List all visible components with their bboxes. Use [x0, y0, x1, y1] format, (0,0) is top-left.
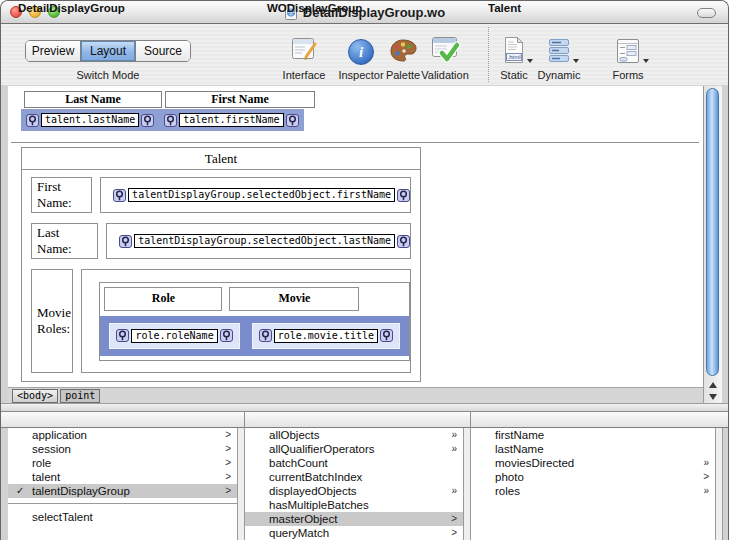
wostring-open-icon[interactable]: [116, 329, 129, 342]
browser-column-title: WODisplayGroup: [267, 2, 362, 14]
binding-cell[interactable]: role.roleName: [109, 323, 239, 349]
wostring-close-icon[interactable]: [397, 235, 410, 248]
browser-item-selected[interactable]: masterObject>: [245, 512, 463, 526]
wostring-close-icon[interactable]: [380, 329, 393, 342]
detail-table-body: First Name: talentDisplayGroup.selectedO…: [22, 170, 420, 381]
horizontal-rule[interactable]: [11, 142, 699, 146]
selected-repetition-row[interactable]: talent.lastName talent.firstName: [21, 109, 304, 131]
vertical-scrollbar[interactable]: [703, 86, 722, 403]
field-label-cell[interactable]: First Name:: [31, 177, 92, 213]
binding-value[interactable]: role.roleName: [131, 329, 217, 343]
validation-button[interactable]: Validation: [407, 29, 483, 81]
element-path-bar: <body> point: [8, 387, 703, 403]
segment-layout[interactable]: Layout: [81, 41, 136, 61]
browser-item[interactable]: application>: [8, 428, 237, 442]
binding-cell[interactable]: talent.lastName: [26, 113, 154, 127]
browser-item[interactable]: firstName: [471, 428, 715, 442]
wostring-open-icon[interactable]: [119, 235, 132, 248]
binding-cell[interactable]: talentDisplayGroup.selectedObject.firstN…: [113, 188, 410, 202]
segment-preview[interactable]: Preview: [26, 41, 81, 61]
browser-item[interactable]: displayedObjects»: [245, 484, 463, 498]
column-divider: [470, 412, 471, 428]
double-chevron-icon: »: [703, 484, 708, 498]
browser-item[interactable]: queryMatch>: [245, 526, 463, 540]
browser-item[interactable]: lastName: [471, 442, 715, 456]
binding-cell[interactable]: role.movie.title: [252, 323, 400, 349]
browser-item[interactable]: batchCount: [245, 456, 463, 470]
column-scrollbar-track[interactable]: [715, 428, 723, 540]
field-label-cell[interactable]: Movie Roles:: [31, 269, 73, 373]
field-label-cell[interactable]: Last Name:: [31, 223, 98, 259]
scroll-down-button[interactable]: [704, 391, 722, 403]
binding-value[interactable]: talent.firstName: [179, 113, 283, 127]
browser-item[interactable]: moviesDirected»: [471, 456, 715, 470]
binding-cell[interactable]: talentDisplayGroup.selectedObject.lastNa…: [119, 234, 410, 248]
column-header-cell[interactable]: Role: [104, 287, 222, 311]
field-value-cell[interactable]: talentDisplayGroup.selectedObject.firstN…: [100, 177, 411, 213]
browser-item[interactable]: talent>: [8, 470, 237, 484]
column-header-cell[interactable]: First Name: [165, 91, 315, 108]
bound-checkmark-icon: ✓: [16, 484, 24, 498]
browser-item[interactable]: photo>: [471, 470, 715, 484]
binding-value[interactable]: talent.lastName: [41, 113, 139, 127]
field-value-cell[interactable]: talentDisplayGroup.selectedObject.lastNa…: [106, 223, 411, 259]
repetition-table-header: Last Name First Name: [24, 91, 315, 108]
browser-item[interactable]: allQualifierOperators»: [245, 442, 463, 456]
browser-column-title: Talent: [488, 2, 521, 14]
binding-cell[interactable]: talent.firstName: [164, 113, 298, 127]
repetition-table[interactable]: Last Name First Name talent.lastName tal…: [21, 91, 315, 131]
browser-item[interactable]: hasMultipleBatches: [245, 498, 463, 512]
path-tag-point[interactable]: point: [60, 389, 100, 403]
field-value-cell[interactable]: Role Movie role.roleName: [81, 269, 411, 373]
up-arrow-icon: [709, 382, 717, 388]
wostring-close-icon[interactable]: [397, 189, 410, 202]
wostring-open-icon[interactable]: [26, 114, 39, 127]
double-chevron-icon: »: [451, 428, 456, 442]
wostring-close-icon[interactable]: [220, 329, 233, 342]
dynamic-elements-icon: [546, 29, 572, 65]
browser-item[interactable]: role>: [8, 456, 237, 470]
detail-table-caption[interactable]: Talent: [22, 148, 420, 170]
nested-repetition-table[interactable]: Role Movie role.roleName: [99, 282, 410, 361]
wostring-open-icon[interactable]: [164, 114, 177, 127]
column-header-cell[interactable]: Last Name: [24, 91, 162, 108]
down-arrow-icon: [709, 394, 717, 400]
binding-value[interactable]: role.movie.title: [274, 329, 378, 343]
interface-icon: [289, 29, 319, 65]
browser-column-talent[interactable]: firstName lastName moviesDirected» photo…: [471, 428, 715, 540]
browser-item[interactable]: currentBatchIndex: [245, 470, 463, 484]
selected-repetition-row[interactable]: role.roleName role.movie.title: [100, 316, 409, 356]
path-tag-body[interactable]: <body>: [12, 389, 58, 403]
segment-source[interactable]: Source: [136, 41, 190, 61]
wostring-close-icon[interactable]: [286, 114, 299, 127]
chevron-right-icon: >: [451, 512, 456, 526]
browser-item-selected[interactable]: ✓talentDisplayGroup>: [8, 484, 237, 498]
browser-item[interactable]: roles»: [471, 484, 715, 498]
scroll-up-button[interactable]: [704, 379, 722, 391]
svg-text:.html: .html: [507, 54, 520, 60]
column-scrollbar-track[interactable]: [237, 428, 245, 540]
forms-insert-button[interactable]: Forms: [590, 29, 666, 81]
browser-item[interactable]: allObjects»: [245, 428, 463, 442]
scrollbar-thumb[interactable]: [706, 88, 719, 376]
browser-column-wodisplaygroup[interactable]: allObjects» allQualifierOperators» batch…: [245, 428, 463, 540]
wostring-open-icon[interactable]: [113, 189, 126, 202]
layout-canvas[interactable]: Last Name First Name talent.lastName tal…: [8, 86, 703, 387]
toolbar-toggle-button[interactable]: [697, 8, 716, 18]
browser-column-keys[interactable]: application> session> role> talent> ✓tal…: [8, 428, 237, 540]
dynamic-insert-button[interactable]: Dynamic: [521, 29, 597, 81]
browser-action-item[interactable]: selectTalent: [8, 510, 237, 524]
column-scrollbar-track[interactable]: [463, 428, 471, 540]
split-divider[interactable]: [1, 403, 729, 412]
column-header-cell[interactable]: Movie: [229, 287, 359, 311]
binding-value[interactable]: talentDisplayGroup.selectedObject.firstN…: [128, 188, 395, 202]
detail-row: First Name: talentDisplayGroup.selectedO…: [31, 177, 411, 213]
binding-value[interactable]: talentDisplayGroup.selectedObject.lastNa…: [134, 234, 395, 248]
wostring-close-icon[interactable]: [141, 114, 154, 127]
wostring-open-icon[interactable]: [259, 329, 272, 342]
dynamic-label: Dynamic: [538, 69, 581, 81]
detail-table[interactable]: Talent First Name: talentDisplayGroup.se…: [21, 147, 421, 382]
browser-item[interactable]: session>: [8, 442, 237, 456]
chevron-right-icon: >: [225, 428, 230, 442]
detail-row: Movie Roles: Role Movie role.roleName: [31, 269, 411, 373]
